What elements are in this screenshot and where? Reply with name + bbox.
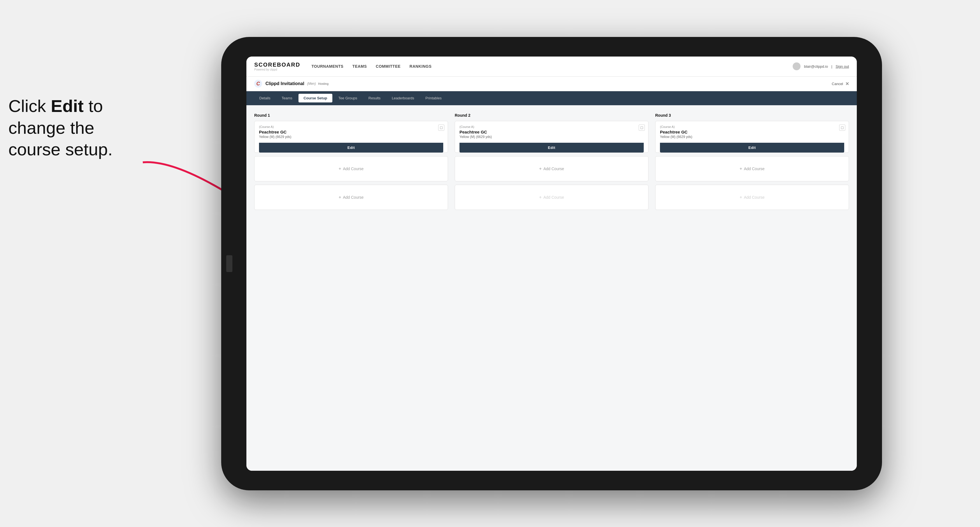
close-icon[interactable]: ✕: [845, 81, 849, 86]
nav-tournaments[interactable]: TOURNAMENTS: [311, 64, 343, 68]
round-1-course-card: □ (Course A) Peachtree GC Yellow (M) (66…: [254, 121, 448, 153]
round-3-course-label: (Course A): [660, 125, 844, 129]
round-1-course-name: Peachtree GC: [259, 130, 443, 134]
add-course-label-1: Add Course: [343, 167, 364, 171]
tab-course-setup[interactable]: Course Setup: [299, 94, 332, 102]
round-2-column: Round 2 □ (Course A) Peachtree GC Yellow…: [455, 113, 649, 213]
round-2-course-card: □ (Course A) Peachtree GC Yellow (M) (66…: [455, 121, 649, 153]
round-3-column: Round 3 □ (Course A) Peachtree GC Yellow…: [655, 113, 849, 213]
round-1-course-details: Yellow (M) (6629 yds): [259, 135, 443, 139]
round-3-course-name: Peachtree GC: [660, 130, 844, 134]
sign-out-link[interactable]: Sign out: [835, 64, 849, 68]
tab-printables[interactable]: Printables: [420, 94, 447, 102]
scoreboard-logo: SCOREBOARD: [254, 62, 300, 68]
top-nav-right: blair@clippd.io | Sign out: [793, 62, 849, 70]
round-1-edit-button[interactable]: Edit: [259, 143, 443, 152]
plus-icon-6: +: [740, 195, 742, 200]
nav-links: TOURNAMENTS TEAMS COMMITTEE RANKINGS: [311, 64, 793, 68]
round-3-delete-button[interactable]: □: [839, 125, 845, 131]
tab-tee-groups[interactable]: Tee Groups: [334, 94, 362, 102]
tablet-device: SCOREBOARD Powered by clippd TOURNAMENTS…: [221, 37, 882, 490]
hosting-badge: Hosting: [318, 82, 328, 85]
round-3-title: Round 3: [655, 113, 849, 117]
plus-icon-4: +: [539, 195, 541, 200]
round-1-title: Round 1: [254, 113, 448, 117]
round-2-course-label: (Course A): [460, 125, 644, 129]
logo-area: SCOREBOARD Powered by clippd: [254, 62, 300, 71]
nav-rankings[interactable]: RANKINGS: [410, 64, 432, 68]
round-1-add-course-1[interactable]: + Add Course: [254, 156, 448, 181]
plus-icon-2: +: [339, 195, 341, 200]
sub-header: C Clippd Invitational (Men) Hosting Canc…: [247, 77, 857, 91]
round-1-delete-button[interactable]: □: [438, 125, 444, 131]
nav-committee[interactable]: COMMITTEE: [376, 64, 401, 68]
add-course-label-2: Add Course: [343, 195, 364, 200]
round-1-add-course-2[interactable]: + Add Course: [254, 185, 448, 210]
round-1-course-label: (Course A): [259, 125, 443, 129]
plus-icon-3: +: [539, 166, 541, 171]
round-3-course-details: Yellow (M) (6629 yds): [660, 135, 844, 139]
round-2-course-details: Yellow (M) (6629 yds): [460, 135, 644, 139]
add-course-label-3: Add Course: [544, 167, 564, 171]
tournament-logo: C: [254, 80, 262, 87]
nav-teams[interactable]: TEAMS: [353, 64, 367, 68]
round-2-edit-button[interactable]: Edit: [460, 143, 644, 152]
round-2-delete-button[interactable]: □: [639, 125, 645, 131]
instruction-bold: Edit: [51, 96, 84, 116]
tabs-bar: Details Teams Course Setup Tee Groups Re…: [247, 91, 857, 105]
user-avatar: [793, 62, 800, 70]
c-logo-letter: C: [256, 81, 260, 87]
round-2-course-name: Peachtree GC: [460, 130, 644, 134]
round-3-course-card: □ (Course A) Peachtree GC Yellow (M) (66…: [655, 121, 849, 153]
top-navigation: SCOREBOARD Powered by clippd TOURNAMENTS…: [247, 57, 857, 77]
tab-details[interactable]: Details: [254, 94, 275, 102]
round-2-add-course-2: + Add Course: [455, 185, 649, 210]
tablet-screen: SCOREBOARD Powered by clippd TOURNAMENTS…: [247, 57, 857, 471]
add-course-label-6: Add Course: [744, 195, 765, 200]
tab-leaderboards[interactable]: Leaderboards: [387, 94, 419, 102]
round-3-edit-button[interactable]: Edit: [660, 143, 844, 152]
plus-icon: +: [339, 166, 341, 171]
rounds-grid: Round 1 □ (Course A) Peachtree GC Yellow…: [254, 113, 849, 213]
round-3-add-course-2: + Add Course: [655, 185, 849, 210]
tournament-title: Clippd Invitational: [266, 81, 304, 86]
powered-by-label: Powered by clippd: [254, 68, 300, 71]
round-2-title: Round 2: [455, 113, 649, 117]
plus-icon-5: +: [740, 166, 742, 171]
instruction-prefix: Click: [8, 96, 51, 116]
instruction-text: Click Edit to change the course setup.: [8, 95, 148, 160]
main-content: Round 1 □ (Course A) Peachtree GC Yellow…: [247, 105, 857, 471]
cancel-button[interactable]: Cancel: [832, 82, 843, 86]
round-1-column: Round 1 □ (Course A) Peachtree GC Yellow…: [254, 113, 448, 213]
round-2-add-course-1[interactable]: + Add Course: [455, 156, 649, 181]
tablet-home-button[interactable]: [226, 255, 232, 272]
user-email: blair@clippd.io: [804, 64, 828, 68]
tab-teams[interactable]: Teams: [277, 94, 298, 102]
sub-header-right: Cancel ✕: [832, 81, 849, 86]
add-course-label-5: Add Course: [744, 167, 765, 171]
tab-results[interactable]: Results: [363, 94, 385, 102]
round-3-add-course-1[interactable]: + Add Course: [655, 156, 849, 181]
add-course-label-4: Add Course: [544, 195, 564, 200]
nav-separator: |: [831, 64, 832, 68]
tournament-gender: (Men): [307, 82, 316, 86]
